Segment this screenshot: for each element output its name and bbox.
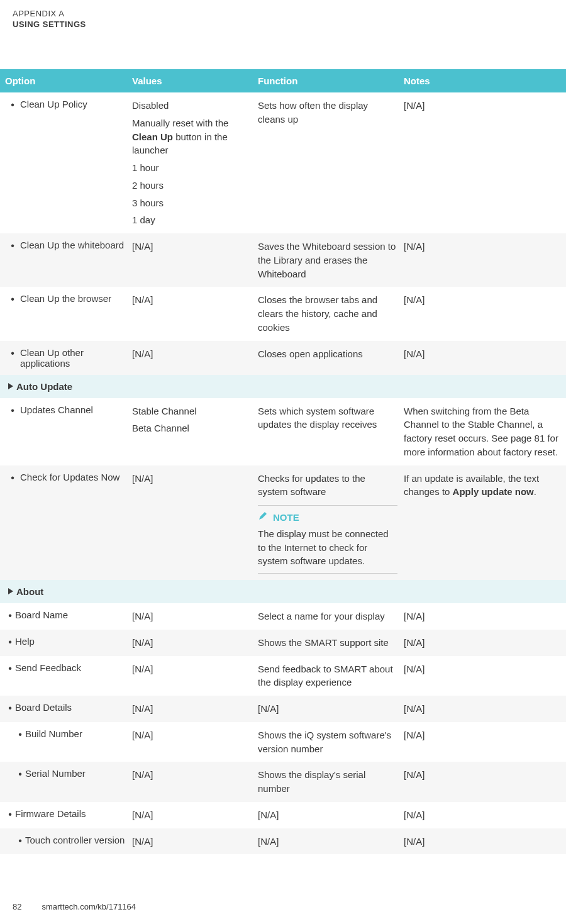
notes-cell: [N/A] (404, 702, 566, 716)
values-cell: Disabled Manually reset with the Clean U… (132, 99, 258, 227)
notes-cell: [N/A] (404, 636, 566, 650)
notes-cell: When switching from the Beta Channel to … (404, 404, 566, 459)
bullet-icon (5, 293, 20, 306)
notes-cell: [N/A] (404, 99, 566, 227)
option-label: Board Details (15, 702, 126, 713)
value-item: 3 hours (132, 196, 252, 210)
note-header: NOTE (258, 511, 397, 525)
bullet-icon (5, 610, 15, 622)
value-item: Manually reset with the Clean Up button … (132, 116, 252, 157)
values-cell: [N/A] (132, 702, 258, 716)
appendix-label: APPENDIX A (13, 9, 553, 18)
option-cell: Touch controller version (0, 835, 132, 849)
option-cell: Board Details (0, 702, 132, 716)
svg-marker-0 (8, 383, 13, 389)
option-label: Serial Number (25, 768, 126, 779)
notes-cell: [N/A] (404, 662, 566, 690)
note-text: The display must be connected to the Int… (258, 527, 397, 568)
header-values: Values (132, 75, 258, 86)
table-row: Check for Updates Now [N/A] Checks for u… (0, 465, 566, 581)
option-cell: Help (0, 636, 132, 650)
notes-cell: [N/A] (404, 808, 566, 822)
values-cell: [N/A] (132, 728, 258, 756)
notes-cell: [N/A] (404, 610, 566, 623)
function-cell: Shows the display's serial number (258, 768, 404, 796)
table-row: Updates Channel Stable Channel Beta Chan… (0, 398, 566, 465)
bullet-icon (5, 99, 20, 111)
bullet-icon (5, 347, 20, 360)
value-item: 1 day (132, 213, 252, 227)
bullet-icon (15, 835, 25, 847)
function-cell: Saves the Whiteboard session to the Libr… (258, 240, 404, 281)
header-notes: Notes (404, 75, 566, 86)
value-item: Disabled (132, 99, 252, 113)
function-text: Checks for updates to the system softwar… (258, 472, 397, 499)
option-label: Touch controller version (25, 835, 126, 845)
page-footer: 82 smarttech.com/kb/171164 (13, 902, 136, 911)
values-cell: [N/A] (132, 835, 258, 849)
function-cell: [N/A] (258, 808, 404, 822)
notes-cell: [N/A] (404, 835, 566, 849)
note-label: NOTE (273, 511, 299, 525)
header-function: Function (258, 75, 404, 86)
bullet-icon (5, 702, 15, 715)
table-row: Serial Number [N/A] Shows the display's … (0, 762, 566, 802)
option-label: Send Feedback (15, 662, 126, 673)
option-label: Updates Channel (20, 404, 126, 415)
bullet-icon (5, 240, 20, 252)
value-item: Beta Channel (132, 421, 252, 435)
value-item: 1 hour (132, 161, 252, 175)
page-header: APPENDIX A USING SETTINGS (0, 0, 566, 29)
option-label: Firmware Details (15, 808, 126, 819)
values-cell: [N/A] (132, 472, 258, 574)
header-option: Option (0, 75, 132, 86)
option-label: Clean Up other applications (20, 347, 126, 369)
table-header-row: Option Values Function Notes (0, 69, 566, 92)
bullet-icon (5, 662, 15, 675)
note-box: NOTE The display must be connected to th… (258, 505, 397, 574)
table-row: Board Name [N/A] Select a name for your … (0, 603, 566, 630)
option-label: Clean Up the whiteboard (20, 240, 126, 250)
table-row: Board Details [N/A] [N/A] [N/A] (0, 696, 566, 722)
section-label: Auto Update (16, 381, 126, 392)
section-header-auto-update: Auto Update (0, 375, 566, 398)
table-row: Build Number [N/A] Shows the iQ system s… (0, 722, 566, 762)
notes-cell: [N/A] (404, 768, 566, 796)
function-cell: Sets how often the display cleans up (258, 99, 404, 227)
option-cell: Clean Up Policy (0, 99, 132, 227)
bullet-icon (5, 404, 20, 417)
notes-cell: If an update is available, the text chan… (404, 472, 566, 574)
page-number: 82 (13, 902, 21, 911)
option-cell: Build Number (0, 728, 132, 756)
option-cell: Clean Up other applications (0, 347, 132, 369)
table-row: Help [N/A] Shows the SMART support site … (0, 630, 566, 656)
table-row: Send Feedback [N/A] Send feedback to SMA… (0, 656, 566, 696)
pencil-icon (258, 511, 268, 525)
option-label: Check for Updates Now (20, 472, 126, 482)
values-cell: [N/A] (132, 240, 258, 281)
option-label: Clean Up the browser (20, 293, 126, 304)
appendix-title: USING SETTINGS (13, 19, 553, 29)
bullet-icon (5, 472, 20, 484)
section-label: About (16, 586, 126, 597)
notes-cell: [N/A] (404, 347, 566, 369)
values-cell: [N/A] (132, 347, 258, 369)
function-cell: [N/A] (258, 835, 404, 849)
values-cell: [N/A] (132, 808, 258, 822)
values-cell: [N/A] (132, 610, 258, 623)
values-cell: [N/A] (132, 662, 258, 690)
option-label: Clean Up Policy (20, 99, 126, 109)
option-label: Board Name (15, 610, 126, 620)
function-cell: [N/A] (258, 702, 404, 716)
option-cell: Updates Channel (0, 404, 132, 459)
function-cell: Checks for updates to the system softwar… (258, 472, 404, 574)
bullet-icon (5, 636, 15, 648)
option-cell: Clean Up the browser (0, 293, 132, 334)
table-row: Clean Up the browser [N/A] Closes the br… (0, 287, 566, 340)
notes-cell: [N/A] (404, 728, 566, 756)
function-cell: Shows the iQ system software's version n… (258, 728, 404, 756)
function-cell: Send feedback to SMART about the display… (258, 662, 404, 690)
function-cell: Closes open applications (258, 347, 404, 369)
bullet-icon (5, 808, 15, 821)
function-cell: Shows the SMART support site (258, 636, 404, 650)
